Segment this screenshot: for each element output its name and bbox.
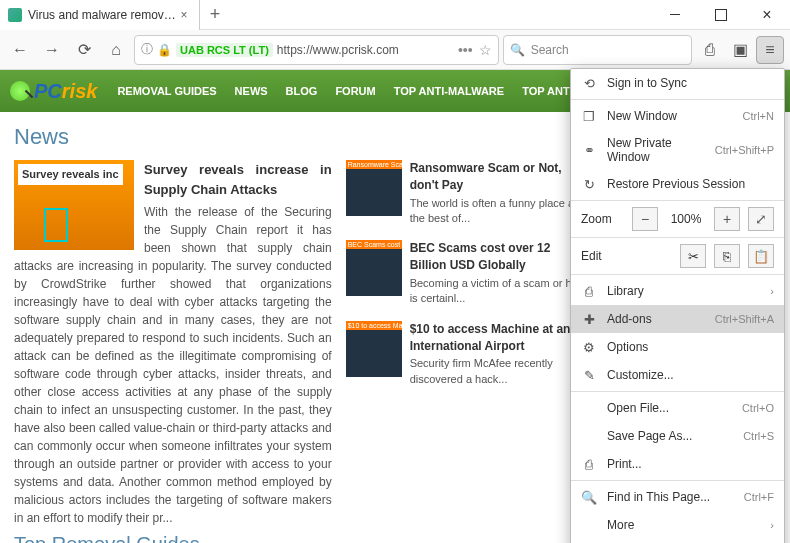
menu-save-page[interactable]: Save Page As... Ctrl+S	[571, 422, 784, 450]
mini-thumb[interactable]: BEC Scams cost	[346, 240, 402, 296]
mini-tag: $10 to access Ma	[346, 321, 402, 330]
mini-title[interactable]: Ransomware Scam or Not, don't Pay	[410, 160, 590, 194]
fullscreen-button[interactable]: ⤢	[748, 207, 774, 231]
nav-forum[interactable]: FORUM	[335, 85, 375, 97]
cut-button[interactable]: ✂	[680, 244, 706, 268]
site-logo[interactable]: PCrisk	[10, 80, 97, 103]
toolbar: ← → ⟳ ⌂ ⓘ 🔒 UAB RCS LT (LT) https://www.…	[0, 30, 790, 70]
tab-close-icon[interactable]: ×	[177, 8, 191, 22]
close-window-button[interactable]: ×	[744, 0, 790, 30]
chevron-right-icon: ›	[770, 285, 774, 297]
info-icon[interactable]: ⓘ	[141, 41, 153, 58]
mini-excerpt: The world is often a funny place at the …	[410, 197, 578, 224]
home-button[interactable]: ⌂	[102, 36, 130, 64]
logo-icon	[10, 81, 30, 101]
forward-button[interactable]: →	[38, 36, 66, 64]
logo-pc: PC	[34, 80, 62, 102]
mini-excerpt: Becoming a victim of a scam or hack is c…	[410, 277, 589, 304]
print-icon: ⎙	[581, 456, 597, 472]
browser-tab[interactable]: Virus and malware removal ins ×	[0, 0, 200, 30]
mini-title[interactable]: $10 to access Machine at an Internationa…	[410, 321, 590, 355]
article-body: With the release of the Securing the Sup…	[14, 205, 332, 525]
paint-icon: ✎	[581, 367, 597, 383]
menu-library[interactable]: ⎙ Library ›	[571, 277, 784, 305]
back-button[interactable]: ←	[6, 36, 34, 64]
zoom-in-button[interactable]: +	[714, 207, 740, 231]
menu-new-private-window[interactable]: ⚭ New Private Window Ctrl+Shift+P	[571, 130, 784, 170]
titlebar: Virus and malware removal ins × + ×	[0, 0, 790, 30]
sidebar-icon[interactable]: ▣	[726, 36, 754, 64]
search-placeholder: Search	[531, 43, 569, 57]
window-controls: ×	[652, 0, 790, 30]
favicon-icon	[8, 8, 22, 22]
nav-news[interactable]: NEWS	[235, 85, 268, 97]
mini-article: Ransomware Scam Ransomware Scam or Not, …	[346, 160, 590, 226]
logo-risk: risk	[62, 80, 98, 102]
menu-options[interactable]: ⚙ Options	[571, 333, 784, 361]
mini-thumb[interactable]: $10 to access Ma	[346, 321, 402, 377]
gear-icon: ⚙	[581, 339, 597, 355]
mini-excerpt: Security firm McAfee recently discovered…	[410, 357, 553, 384]
thumb-caption: Survey reveals inc	[18, 164, 123, 185]
sync-icon: ⟲	[581, 75, 597, 91]
mini-article: $10 to access Ma $10 to access Machine a…	[346, 321, 590, 387]
mini-tag: Ransomware Scam	[346, 160, 402, 169]
main-column: News Survey reveals inc Survey reveals i…	[14, 124, 590, 543]
restore-icon: ↻	[581, 176, 597, 192]
news-heading: News	[14, 124, 590, 150]
lock-icon: 🔒	[157, 43, 172, 57]
library-icon: ⎙	[581, 283, 597, 299]
maximize-button[interactable]	[698, 0, 744, 30]
menu-web-developer[interactable]: Web Developer ›	[571, 539, 784, 543]
menu-more[interactable]: More ›	[571, 511, 784, 539]
zoom-value: 100%	[666, 212, 706, 226]
menu-addons[interactable]: ✚ Add-ons Ctrl+Shift+A	[571, 305, 784, 333]
window-icon: ❐	[581, 108, 597, 124]
library-icon[interactable]: ⎙	[696, 36, 724, 64]
menu-sign-in[interactable]: ⟲ Sign in to Sync	[571, 69, 784, 97]
url-bar[interactable]: ⓘ 🔒 UAB RCS LT (LT) https://www.pcrisk.c…	[134, 35, 499, 65]
menu-restore-session[interactable]: ↻ Restore Previous Session	[571, 170, 784, 198]
mini-tag: BEC Scams cost	[346, 240, 402, 249]
menu-print[interactable]: ⎙ Print...	[571, 450, 784, 478]
zoom-label: Zoom	[581, 212, 624, 226]
nav-blog[interactable]: BLOG	[286, 85, 318, 97]
bookmark-icon[interactable]: ☆	[479, 42, 492, 58]
copy-button[interactable]: ⎘	[714, 244, 740, 268]
mini-article: BEC Scams cost BEC Scams cost over 12 Bi…	[346, 240, 590, 306]
article-list: Ransomware Scam Ransomware Scam or Not, …	[346, 160, 590, 527]
menu-customize[interactable]: ✎ Customize...	[571, 361, 784, 389]
chevron-right-icon: ›	[770, 519, 774, 531]
article-thumb[interactable]: Survey reveals inc	[14, 160, 134, 250]
main-article: Survey reveals inc Survey reveals increa…	[14, 160, 332, 527]
reload-button[interactable]: ⟳	[70, 36, 98, 64]
mask-icon: ⚭	[581, 142, 597, 158]
edit-label: Edit	[581, 249, 672, 263]
new-tab-button[interactable]: +	[200, 4, 230, 25]
tab-title: Virus and malware removal ins	[28, 8, 177, 22]
menu-open-file[interactable]: Open File... Ctrl+O	[571, 394, 784, 422]
hamburger-menu-button[interactable]: ≡	[756, 36, 784, 64]
paste-button[interactable]: 📋	[748, 244, 774, 268]
reader-icon[interactable]: •••	[458, 42, 473, 58]
top-removal-heading: Top Removal Guides	[14, 533, 590, 543]
menu-edit-row: Edit ✂ ⎘ 📋	[571, 240, 784, 272]
certificate-badge[interactable]: UAB RCS LT (LT)	[176, 43, 273, 57]
search-bar[interactable]: 🔍 Search	[503, 35, 692, 65]
minimize-button[interactable]	[652, 0, 698, 30]
menu-new-window[interactable]: ❐ New Window Ctrl+N	[571, 102, 784, 130]
search-icon: 🔍	[581, 489, 597, 505]
nav-removal-guides[interactable]: REMOVAL GUIDES	[117, 85, 216, 97]
addon-icon: ✚	[581, 311, 597, 327]
menu-find[interactable]: 🔍 Find in This Page... Ctrl+F	[571, 483, 784, 511]
url-text: https://www.pcrisk.com	[277, 43, 454, 57]
nav-antimalware[interactable]: TOP ANTI-MALWARE	[394, 85, 504, 97]
menu-zoom-row: Zoom − 100% + ⤢	[571, 203, 784, 235]
mini-thumb[interactable]: Ransomware Scam	[346, 160, 402, 216]
app-menu-panel: ⟲ Sign in to Sync ❐ New Window Ctrl+N ⚭ …	[570, 68, 785, 543]
zoom-out-button[interactable]: −	[632, 207, 658, 231]
mini-title[interactable]: BEC Scams cost over 12 Billion USD Globa…	[410, 240, 590, 274]
search-icon: 🔍	[510, 43, 525, 57]
